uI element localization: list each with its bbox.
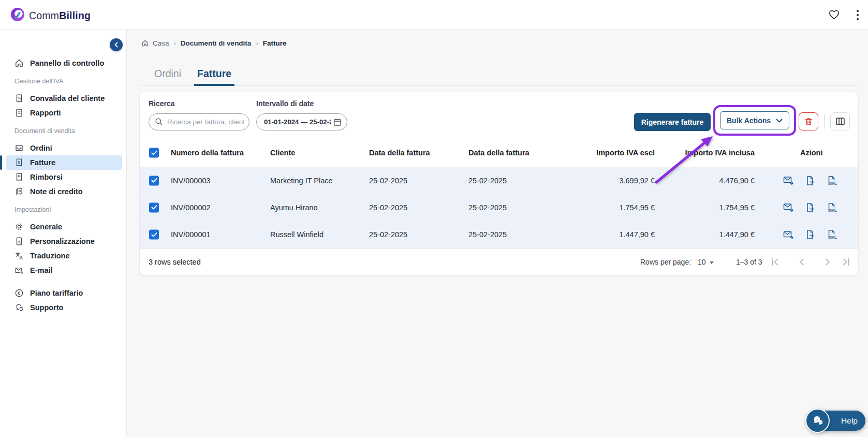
- regenerate-invoices-button[interactable]: Rigenerare fatture: [634, 113, 711, 131]
- delete-button[interactable]: [799, 112, 818, 130]
- sidebar: Pannello di controllo Gestione dell'IVA …: [0, 30, 127, 437]
- col-header-amount-excl: Importo IVA escl: [551, 149, 655, 157]
- home-icon: [141, 39, 149, 47]
- amount-excl-vat-cell: 3.699,92 €: [551, 177, 655, 185]
- first-page-icon[interactable]: [769, 256, 781, 268]
- topbar: CommBilling: [0, 0, 868, 30]
- xml-file-icon[interactable]: XML: [827, 202, 837, 213]
- help-label: Help: [841, 416, 858, 426]
- amount-excl-vat-cell: 1.447,90 €: [551, 230, 655, 239]
- svg-text:XML: XML: [829, 235, 837, 240]
- row-actions: XML: [783, 202, 837, 213]
- send-email-icon[interactable]: [783, 176, 794, 186]
- overflow-menu-icon[interactable]: [852, 7, 863, 23]
- columns-icon: [835, 117, 845, 126]
- translate-icon: A: [14, 251, 24, 260]
- bulk-actions-highlight-box: Bulk Actions: [713, 105, 796, 136]
- sidebar-item-pricing-plan[interactable]: € Piano tariffario: [0, 286, 126, 300]
- table-row[interactable]: INV/000003 Marketing IT Place 25-02-2025…: [140, 167, 858, 194]
- sidebar-item-refunds[interactable]: Rimborsi: [0, 170, 126, 184]
- search-label: Ricerca: [149, 99, 175, 108]
- sidebar-item-dashboard[interactable]: Pannello di controllo: [0, 56, 126, 70]
- rows-selected-text: 3 rows selected: [149, 258, 201, 266]
- invoice-number-cell: INV/000002: [171, 203, 211, 212]
- app-screen: CommBilling Pannello di controllo Gestio…: [0, 0, 868, 437]
- export-file-icon[interactable]: [805, 229, 816, 240]
- gear-icon: [14, 222, 24, 231]
- svg-text:XML: XML: [829, 208, 837, 213]
- rows-per-page-select[interactable]: 10: [698, 258, 714, 266]
- sidebar-section-settings: Impostazioni: [0, 206, 126, 216]
- chevron-right-icon: ›: [256, 39, 258, 47]
- col-header-amount-incl: Importo IVA inclusa: [651, 149, 755, 157]
- search-icon: [155, 118, 163, 126]
- send-email-icon[interactable]: [783, 229, 794, 240]
- sidebar-item-credit-notes[interactable]: Note di credito: [0, 184, 126, 199]
- svg-text:€: €: [18, 160, 20, 165]
- document-gear-icon: [14, 237, 24, 246]
- previous-page-icon[interactable]: [796, 256, 807, 268]
- chevron-down-icon: [776, 119, 783, 123]
- brand-logo[interactable]: CommBilling: [10, 7, 91, 24]
- col-header-invoice-date-2: Data della fattura: [468, 149, 529, 157]
- sidebar-nav: Pannello di controllo Gestione dell'IVA …: [0, 30, 126, 315]
- next-page-icon[interactable]: [822, 256, 833, 268]
- sidebar-item-invoices[interactable]: € Fatture: [6, 155, 122, 170]
- client-cell: Marketing IT Place: [270, 177, 333, 185]
- sidebar-section-sales: Documenti di vendita: [0, 127, 126, 138]
- receipt-euro-icon: €: [14, 158, 24, 167]
- row-checkbox[interactable]: [149, 230, 159, 240]
- row-checkbox[interactable]: [149, 176, 159, 185]
- row-checkbox[interactable]: [149, 202, 159, 212]
- sidebar-item-customization[interactable]: Personalizzazione: [0, 234, 126, 249]
- tab-fatture[interactable]: Fatture: [197, 62, 231, 85]
- col-header-actions: Azioni: [800, 149, 823, 157]
- help-button[interactable]: Help: [805, 409, 866, 433]
- xml-file-icon[interactable]: XML: [827, 176, 837, 186]
- sidebar-section-vat: Gestione dell'IVA: [0, 78, 126, 88]
- export-file-icon[interactable]: [805, 202, 816, 213]
- bulk-actions-button[interactable]: Bulk Actions: [720, 111, 789, 129]
- col-header-invoice-date: Data della fattura: [369, 149, 430, 157]
- invoice-date-cell: 25-02-2025: [369, 203, 407, 212]
- search-input[interactable]: [149, 113, 249, 130]
- breadcrumb-home[interactable]: Casa: [141, 39, 169, 47]
- amount-incl-vat-cell: 1.447,90 €: [651, 230, 755, 239]
- favorites-heart-icon[interactable]: [826, 8, 842, 22]
- tab-ordini[interactable]: Ordini: [154, 62, 181, 85]
- chevron-right-icon: ›: [174, 39, 176, 47]
- table-header-row: Numero della fattura Cliente Data della …: [140, 139, 858, 167]
- sidebar-item-translation[interactable]: A Traduzione: [0, 249, 126, 263]
- table-row[interactable]: INV/000002 Ayumu Hirano 25-02-2025 25-02…: [140, 194, 858, 221]
- date-range-value: 01-01-2024 — 25-02-2025: [264, 118, 331, 126]
- invoice-date-cell: 25-02-2025: [369, 230, 407, 239]
- amount-incl-vat-cell: 1.754,95 €: [651, 203, 755, 212]
- last-page-icon[interactable]: [841, 256, 852, 268]
- col-header-invoice-number: Numero della fattura: [171, 149, 244, 157]
- breadcrumb-section[interactable]: Documenti di vendita: [181, 39, 252, 47]
- client-cell: Russell Winfield: [270, 230, 323, 239]
- table-row[interactable]: INV/000001 Russell Winfield 25-02-2025 2…: [140, 221, 858, 248]
- sidebar-item-email[interactable]: E-mail: [0, 263, 126, 278]
- sidebar-item-reports[interactable]: Rapporti: [0, 106, 126, 120]
- pagination-range: 1–3 of 3: [736, 258, 762, 266]
- amount-excl-vat-cell: 1.754,95 €: [551, 203, 655, 212]
- date-range-input[interactable]: 01-01-2024 — 25-02-2025: [256, 113, 347, 130]
- col-header-client: Cliente: [270, 149, 295, 157]
- sidebar-item-support[interactable]: Supporto: [0, 300, 126, 315]
- sidebar-item-customer-validation[interactable]: % Convalida del cliente: [0, 91, 126, 106]
- table-footer: 3 rows selected Rows per page: 10 1–3 of…: [140, 248, 858, 275]
- sidebar-collapse-button[interactable]: [110, 38, 123, 51]
- toolbar-divider: [824, 114, 825, 128]
- receipt-percent-icon: %: [14, 94, 24, 103]
- sidebar-item-general[interactable]: Generale: [0, 220, 126, 234]
- client-cell: Ayumu Hirano: [270, 203, 318, 212]
- invoice-number-cell: INV/000003: [171, 177, 211, 185]
- export-file-icon[interactable]: [805, 176, 816, 186]
- select-all-checkbox[interactable]: [149, 148, 159, 158]
- columns-button[interactable]: [830, 112, 850, 130]
- xml-file-icon[interactable]: XML: [827, 229, 837, 240]
- send-email-icon[interactable]: [783, 202, 794, 213]
- sidebar-item-orders[interactable]: Ordini: [0, 141, 126, 155]
- brand-name: CommBilling: [29, 10, 91, 22]
